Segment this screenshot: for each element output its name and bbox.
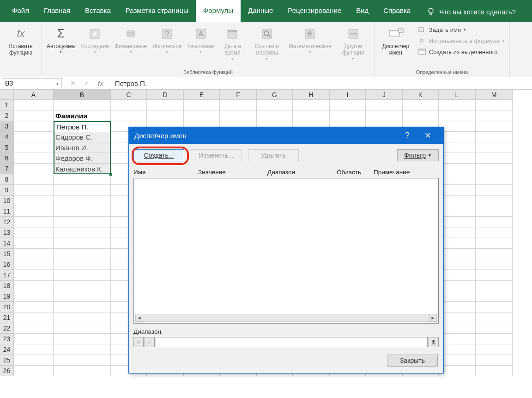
cell[interactable] — [14, 164, 54, 174]
cell[interactable] — [476, 164, 513, 174]
cell[interactable] — [439, 196, 476, 206]
cell[interactable] — [147, 100, 184, 110]
row-header[interactable]: 6 — [0, 153, 14, 164]
cell[interactable] — [476, 110, 513, 121]
tab-data[interactable]: Данные — [241, 0, 280, 22]
cell[interactable] — [14, 153, 54, 164]
cell[interactable] — [439, 291, 476, 302]
cell[interactable] — [54, 100, 111, 110]
row-header[interactable]: 14 — [0, 238, 14, 249]
create-from-selection-button[interactable]: Создать из выделенного — [418, 48, 505, 56]
cell[interactable] — [147, 110, 184, 121]
math-button[interactable]: θ Математические ▾ — [286, 24, 334, 68]
cell[interactable] — [14, 259, 54, 270]
cell[interactable] — [439, 334, 476, 344]
cell[interactable] — [439, 121, 476, 132]
define-name-button[interactable]: Задать имя ▾ — [418, 25, 505, 34]
dialog-close-button[interactable]: ✕ — [417, 131, 438, 141]
tab-review[interactable]: Рецензирование — [280, 0, 349, 22]
cell[interactable]: Сидоров С. — [54, 132, 111, 142]
column-header[interactable]: H — [293, 90, 330, 100]
row-header[interactable]: 16 — [0, 259, 14, 270]
cell[interactable] — [439, 206, 476, 217]
cell[interactable] — [439, 185, 476, 196]
tab-home[interactable]: Главная — [36, 0, 78, 22]
cell[interactable] — [476, 196, 513, 206]
cell[interactable] — [184, 100, 220, 110]
row-header[interactable]: 10 — [0, 196, 14, 206]
cell[interactable] — [54, 355, 111, 366]
cell[interactable] — [476, 121, 513, 132]
select-all-corner[interactable] — [0, 90, 14, 100]
names-list[interactable]: ◄ ► — [133, 178, 439, 324]
header-comment[interactable]: Примечание — [374, 169, 410, 176]
cell[interactable] — [439, 355, 476, 366]
cell[interactable] — [476, 238, 513, 249]
column-header[interactable]: F — [220, 90, 257, 100]
autosum-button[interactable]: Σ Автосумма ▾ — [44, 24, 78, 68]
cell[interactable] — [54, 270, 111, 281]
scroll-right-button[interactable]: ► — [429, 314, 437, 322]
row-header[interactable]: 13 — [0, 227, 14, 238]
cell[interactable] — [476, 302, 513, 312]
create-name-button[interactable]: Создать... — [133, 149, 184, 161]
column-header[interactable]: K — [403, 90, 439, 100]
cell[interactable] — [476, 132, 513, 142]
row-header[interactable]: 23 — [0, 334, 14, 344]
cell[interactable] — [366, 100, 403, 110]
cell[interactable] — [14, 227, 54, 238]
cell[interactable] — [293, 110, 330, 121]
range-input[interactable] — [156, 337, 428, 347]
cell[interactable] — [14, 217, 54, 227]
cell[interactable] — [439, 366, 476, 376]
tab-view[interactable]: Вид — [349, 0, 376, 22]
cell[interactable] — [439, 217, 476, 227]
cell[interactable] — [439, 132, 476, 142]
name-box[interactable]: B3 ▾ — [2, 78, 62, 88]
cell[interactable] — [476, 344, 513, 355]
row-header[interactable]: 21 — [0, 312, 14, 323]
recent-button[interactable]: Последние ▾ — [78, 24, 112, 68]
cell[interactable] — [54, 312, 111, 323]
column-header[interactable]: A — [14, 90, 54, 100]
scroll-left-button[interactable]: ◄ — [135, 314, 143, 322]
cell[interactable] — [439, 344, 476, 355]
header-range[interactable]: Диапазон — [267, 169, 337, 176]
cell[interactable] — [476, 270, 513, 281]
row-header[interactable]: 26 — [0, 366, 14, 376]
cell[interactable] — [14, 302, 54, 312]
cell[interactable] — [14, 355, 54, 366]
cell[interactable] — [14, 238, 54, 249]
row-header[interactable]: 15 — [0, 249, 14, 259]
tab-help[interactable]: Справка — [376, 0, 418, 22]
row-header[interactable]: 9 — [0, 185, 14, 196]
cell[interactable] — [476, 217, 513, 227]
row-header[interactable]: 5 — [0, 142, 14, 153]
cell[interactable] — [14, 100, 54, 110]
cell[interactable]: Иванов И. — [54, 142, 111, 153]
insert-function-button[interactable]: fx Вставить функцию — [2, 24, 40, 68]
cell[interactable] — [439, 110, 476, 121]
column-header[interactable]: I — [330, 90, 366, 100]
dialog-help-button[interactable]: ? — [397, 131, 417, 140]
cell[interactable] — [54, 259, 111, 270]
cell[interactable] — [476, 227, 513, 238]
cell[interactable] — [54, 217, 111, 227]
cell[interactable] — [476, 355, 513, 366]
cell[interactable] — [54, 323, 111, 334]
cell[interactable] — [439, 302, 476, 312]
cell[interactable] — [184, 110, 220, 121]
column-header[interactable]: L — [439, 90, 476, 100]
cell[interactable] — [54, 174, 111, 185]
cell[interactable] — [14, 121, 54, 132]
cell[interactable] — [111, 110, 147, 121]
filter-button[interactable]: Фильтр ▼ — [397, 149, 439, 161]
chevron-down-icon[interactable]: ▾ — [56, 81, 59, 86]
cell[interactable] — [54, 291, 111, 302]
column-header[interactable]: E — [184, 90, 220, 100]
cell[interactable] — [439, 270, 476, 281]
text-button[interactable]: A Текстовые ▾ — [184, 24, 217, 68]
cell[interactable] — [14, 344, 54, 355]
cell[interactable] — [14, 185, 54, 196]
cell[interactable] — [439, 281, 476, 291]
